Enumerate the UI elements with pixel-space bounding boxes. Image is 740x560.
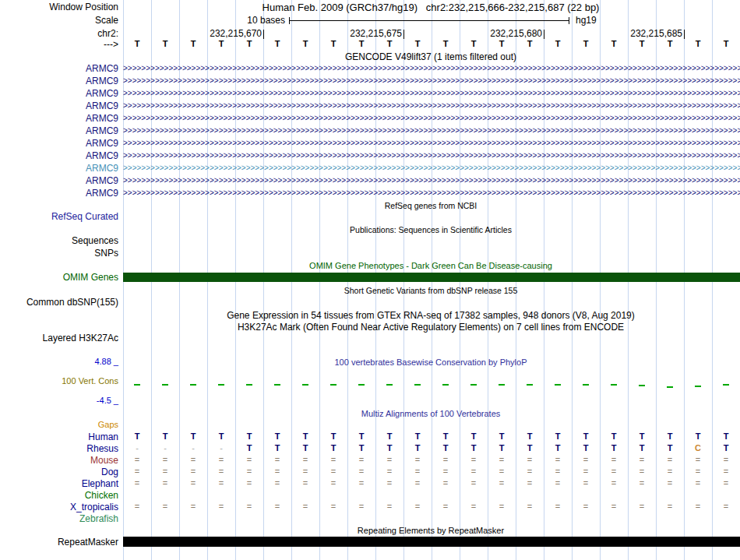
align-char: =	[291, 467, 319, 476]
align-char: T	[712, 443, 740, 453]
ruler-tick	[684, 30, 685, 39]
sequences-label[interactable]: Sequences	[0, 235, 118, 246]
species-label[interactable]: Rhesus	[0, 443, 118, 454]
align-char: T	[291, 443, 319, 453]
refseq-curated-label[interactable]: RefSeq Curated	[0, 211, 118, 222]
align-char: =	[291, 478, 319, 488]
align-char: =	[347, 455, 375, 464]
align-char: C	[684, 443, 712, 453]
align-char: =	[347, 478, 375, 488]
align-char: =	[656, 467, 684, 476]
align-char: T	[516, 443, 544, 453]
publications-track-title: Publications: Sequences in Scientific Ar…	[123, 225, 738, 234]
vert-cons-label[interactable]: 100 Vert. Cons	[0, 376, 118, 386]
transcript-line[interactable]: >>>>>>>>>>>>>>>>>>>>>>>>>>>>>>>>>>>>>>>>…	[123, 126, 740, 136]
repeatmasker-label[interactable]: RepeatMasker	[0, 537, 118, 548]
align-char: =	[516, 478, 544, 488]
base-letter: T	[123, 39, 151, 48]
gene-label[interactable]: ARMC9	[0, 88, 118, 99]
species-label[interactable]: Human	[0, 431, 118, 442]
transcript-line[interactable]: >>>>>>>>>>>>>>>>>>>>>>>>>>>>>>>>>>>>>>>>…	[123, 139, 740, 148]
base-letter: T	[179, 39, 207, 48]
strand-label: --->	[0, 39, 118, 50]
transcript-line[interactable]: >>>>>>>>>>>>>>>>>>>>>>>>>>>>>>>>>>>>>>>>…	[123, 188, 740, 198]
species-label[interactable]: Elephant	[0, 478, 118, 489]
transcript-line[interactable]: >>>>>>>>>>>>>>>>>>>>>>>>>>>>>>>>>>>>>>>>…	[123, 176, 740, 185]
align-char: =	[684, 455, 712, 464]
repeat-element-bar[interactable]	[123, 537, 740, 547]
align-char: =	[375, 502, 403, 511]
species-label[interactable]: X_tropicalis	[0, 502, 118, 512]
align-char: =	[263, 478, 291, 488]
phylop-tick	[190, 384, 196, 386]
transcript-line[interactable]: >>>>>>>>>>>>>>>>>>>>>>>>>>>>>>>>>>>>>>>>…	[123, 76, 740, 86]
position-title: Human Feb. 2009 (GRCh37/hg19) chr2:232,2…	[123, 2, 738, 13]
species-label[interactable]: Dog	[0, 467, 118, 477]
phylop-tick	[246, 384, 252, 386]
gene-label[interactable]: ARMC9	[0, 150, 118, 161]
align-char: =	[600, 467, 628, 476]
align-char: =	[572, 478, 600, 488]
base-letter: T	[600, 39, 628, 48]
gene-label[interactable]: ARMC9	[0, 63, 118, 74]
species-label[interactable]: Chicken	[0, 490, 118, 501]
align-char: =	[207, 455, 235, 464]
align-char: =	[123, 502, 151, 511]
align-char: =	[179, 467, 207, 476]
species-label[interactable]: Mouse	[0, 455, 118, 466]
gene-label[interactable]: ARMC9	[0, 125, 118, 136]
common-dbsnp-label[interactable]: Common dbSNP(155)	[0, 297, 118, 308]
gene-label[interactable]: ARMC9	[0, 100, 118, 111]
gene-label[interactable]: ARMC9	[0, 76, 118, 86]
align-char: =	[319, 467, 347, 476]
align-char: T	[544, 431, 572, 441]
align-char: T	[403, 431, 432, 441]
window-position-label: Window Position	[0, 2, 118, 12]
align-char: T	[347, 443, 375, 453]
align-char: T	[375, 431, 403, 441]
align-char: =	[516, 467, 544, 476]
transcript-line[interactable]: >>>>>>>>>>>>>>>>>>>>>>>>>>>>>>>>>>>>>>>>…	[123, 151, 740, 160]
omim-genes-label[interactable]: OMIM Genes	[0, 272, 118, 283]
species-label[interactable]: Zebrafish	[0, 513, 118, 524]
gene-label[interactable]: ARMC9	[0, 113, 118, 124]
align-char: T	[235, 443, 263, 453]
align-char: T	[263, 431, 291, 441]
base-letter: T	[207, 39, 235, 48]
align-char: T	[207, 431, 235, 441]
gene-label[interactable]: ARMC9	[0, 163, 118, 174]
align-char: =	[375, 455, 403, 464]
align-char: =	[628, 455, 656, 464]
base-letter: T	[656, 39, 684, 48]
gene-label[interactable]: ARMC9	[0, 138, 118, 149]
transcript-line[interactable]: >>>>>>>>>>>>>>>>>>>>>>>>>>>>>>>>>>>>>>>>…	[123, 64, 740, 73]
align-char: -	[207, 443, 235, 453]
transcript-line[interactable]: >>>>>>>>>>>>>>>>>>>>>>>>>>>>>>>>>>>>>>>>…	[123, 101, 740, 111]
gene-label[interactable]: ARMC9	[0, 175, 118, 186]
align-char: =	[460, 467, 488, 476]
transcript-line[interactable]: >>>>>>>>>>>>>>>>>>>>>>>>>>>>>>>>>>>>>>>>…	[123, 89, 740, 98]
align-char: T	[572, 431, 600, 441]
base-letter: T	[319, 39, 347, 48]
layered-h3k27ac-label[interactable]: Layered H3K27Ac	[0, 333, 118, 343]
phylop-tick	[330, 384, 337, 386]
base-letter: T	[403, 39, 432, 48]
scale-value: 10 bases	[123, 15, 285, 26]
align-char: T	[375, 443, 403, 453]
omim-gene-bar[interactable]	[123, 273, 740, 282]
base-letter: T	[460, 39, 488, 48]
align-char: =	[656, 478, 684, 488]
phylop-tick	[639, 385, 645, 386]
align-char: T	[600, 443, 628, 453]
gene-label[interactable]: ARMC9	[0, 188, 118, 199]
align-char: =	[291, 502, 319, 511]
transcript-line[interactable]: >>>>>>>>>>>>>>>>>>>>>>>>>>>>>>>>>>>>>>>>…	[123, 164, 740, 173]
assembly-label: hg19	[576, 15, 597, 26]
snps-label[interactable]: SNPs	[0, 248, 118, 259]
align-char: =	[207, 478, 235, 488]
align-char: =	[712, 467, 740, 476]
align-char: =	[151, 455, 179, 464]
transcript-line[interactable]: >>>>>>>>>>>>>>>>>>>>>>>>>>>>>>>>>>>>>>>>…	[123, 114, 740, 123]
align-char: T	[600, 431, 628, 441]
align-char: =	[600, 502, 628, 511]
